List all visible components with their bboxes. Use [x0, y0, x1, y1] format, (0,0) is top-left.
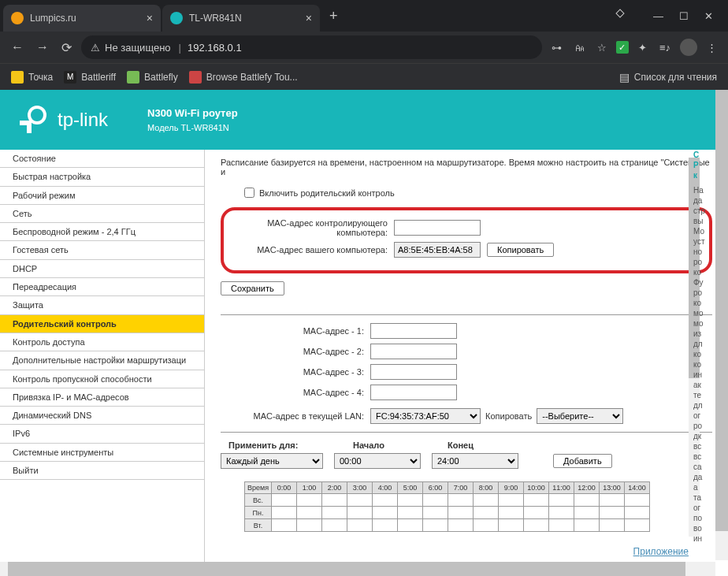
mac-input[interactable]	[370, 323, 457, 339]
schedule-cell[interactable]	[474, 494, 499, 507]
diamond-icon[interactable]	[615, 9, 624, 17]
mac-your-input[interactable]	[394, 242, 481, 258]
bookmark-item[interactable]: Точка	[11, 71, 53, 84]
schedule-cell[interactable]	[347, 519, 373, 532]
close-icon[interactable]: ×	[306, 12, 312, 24]
bookmark-item[interactable]: MBattleriff	[64, 71, 116, 84]
minimize-button[interactable]: —	[653, 10, 663, 22]
lan-target-select[interactable]: --Выберите--	[537, 408, 623, 424]
new-tab-button[interactable]: +	[321, 8, 346, 24]
schedule-cell[interactable]	[272, 507, 297, 519]
schedule-cell[interactable]	[347, 494, 373, 507]
schedule-cell[interactable]	[423, 494, 448, 507]
app-link[interactable]: Приложение	[633, 546, 689, 557]
schedule-cell[interactable]	[373, 494, 398, 507]
add-schedule-button[interactable]: Добавить	[553, 454, 612, 468]
vertical-scrollbar[interactable]	[715, 90, 728, 560]
schedule-cell[interactable]	[499, 494, 524, 507]
schedule-cell[interactable]	[423, 519, 448, 532]
sidebar-item[interactable]: Защита	[0, 296, 204, 314]
schedule-cell[interactable]	[524, 519, 549, 532]
schedule-cell[interactable]	[574, 494, 600, 507]
extension-check-icon[interactable]: ✓	[616, 41, 629, 54]
sidebar-item[interactable]: Сеть	[0, 205, 204, 223]
bookmark-item[interactable]: Battlefly	[127, 71, 178, 84]
bookmark-item[interactable]: Browse Battlefy Tou...	[189, 71, 298, 84]
sidebar-item[interactable]: DHCP	[0, 260, 204, 278]
reading-list-button[interactable]: ▤Список для чтения	[619, 71, 717, 84]
schedule-cell[interactable]	[423, 507, 448, 519]
end-select[interactable]: 24:00	[432, 453, 518, 469]
schedule-cell[interactable]	[347, 507, 373, 519]
schedule-cell[interactable]	[272, 494, 297, 507]
enable-parental-checkbox[interactable]	[244, 188, 254, 198]
schedule-cell[interactable]	[448, 507, 474, 519]
schedule-cell[interactable]	[297, 519, 322, 532]
schedule-cell[interactable]	[297, 494, 322, 507]
mac-control-input[interactable]	[394, 220, 481, 236]
extensions-icon[interactable]: ✦	[635, 42, 650, 54]
list-icon[interactable]: ≡♪	[656, 42, 674, 54]
schedule-cell[interactable]	[373, 507, 398, 519]
copy-mac-button[interactable]: Копировать	[487, 243, 554, 257]
sidebar-item[interactable]: Динамический DNS	[0, 407, 204, 425]
schedule-cell[interactable]	[549, 507, 574, 519]
schedule-cell[interactable]	[574, 519, 600, 532]
schedule-cell[interactable]	[373, 519, 398, 532]
schedule-cell[interactable]	[600, 507, 625, 519]
schedule-cell[interactable]	[297, 507, 322, 519]
mac-input[interactable]	[370, 385, 457, 400]
sidebar-item[interactable]: Контроль доступа	[0, 333, 204, 351]
maximize-button[interactable]: ☐	[679, 10, 689, 22]
reload-button[interactable]: ⟳	[58, 37, 75, 58]
start-select[interactable]: 00:00	[334, 453, 421, 469]
sidebar-item[interactable]: Гостевая сеть	[0, 241, 204, 259]
sidebar-item[interactable]: Переадресация	[0, 278, 204, 296]
apply-select[interactable]: Каждый день	[221, 453, 323, 469]
browser-tab-1[interactable]: TL-WR841N ×	[162, 5, 320, 32]
sidebar-item[interactable]: Выйти	[0, 462, 204, 480]
back-button[interactable]: ←	[8, 37, 27, 58]
key-icon[interactable]: ⊶	[548, 42, 565, 54]
schedule-cell[interactable]	[574, 507, 600, 519]
schedule-cell[interactable]	[600, 519, 625, 532]
schedule-cell[interactable]	[524, 494, 549, 507]
close-button[interactable]: ✕	[704, 10, 713, 22]
schedule-cell[interactable]	[549, 494, 574, 507]
sidebar-item[interactable]: Рабочий режим	[0, 187, 204, 205]
schedule-cell[interactable]	[474, 519, 499, 532]
mac-input[interactable]	[370, 344, 457, 359]
schedule-cell[interactable]	[398, 494, 423, 507]
schedule-cell[interactable]	[272, 519, 297, 532]
schedule-cell[interactable]	[398, 507, 423, 519]
sidebar-item[interactable]: Дополнительные настройки маршрутизаци	[0, 351, 204, 370]
menu-icon[interactable]: ⋮	[704, 42, 720, 54]
star-icon[interactable]: ☆	[594, 42, 610, 54]
schedule-cell[interactable]	[448, 519, 474, 532]
forward-button[interactable]: →	[33, 37, 52, 58]
schedule-cell[interactable]	[448, 494, 474, 507]
schedule-cell[interactable]	[625, 519, 650, 532]
sidebar-item[interactable]: Быстрая настройка	[0, 168, 204, 186]
schedule-cell[interactable]	[474, 507, 499, 519]
schedule-cell[interactable]	[625, 494, 650, 507]
schedule-cell[interactable]	[524, 507, 549, 519]
schedule-cell[interactable]	[499, 507, 524, 519]
schedule-cell[interactable]	[322, 519, 347, 532]
horizontal-scrollbar[interactable]	[0, 562, 715, 576]
profile-avatar[interactable]	[680, 39, 697, 56]
sidebar-item[interactable]: Родительский контроль	[0, 315, 204, 333]
sidebar-item[interactable]: Контроль пропускной способности	[0, 370, 204, 388]
schedule-cell[interactable]	[499, 519, 524, 532]
schedule-cell[interactable]	[625, 507, 650, 519]
schedule-cell[interactable]	[398, 519, 423, 532]
translate-icon[interactable]: 🗛	[571, 42, 588, 54]
close-icon[interactable]: ×	[147, 12, 153, 24]
mac-input[interactable]	[370, 364, 457, 380]
lan-mac-select[interactable]: FC:94:35:73:AF:50	[370, 408, 481, 424]
schedule-cell[interactable]	[549, 519, 574, 532]
browser-tab-0[interactable]: Lumpics.ru ×	[3, 5, 161, 32]
sidebar-item[interactable]: Системные инструменты	[0, 444, 204, 462]
save-button[interactable]: Сохранить	[221, 281, 284, 295]
url-input[interactable]: ⚠ Не защищено | 192.168.0.1	[81, 35, 542, 59]
